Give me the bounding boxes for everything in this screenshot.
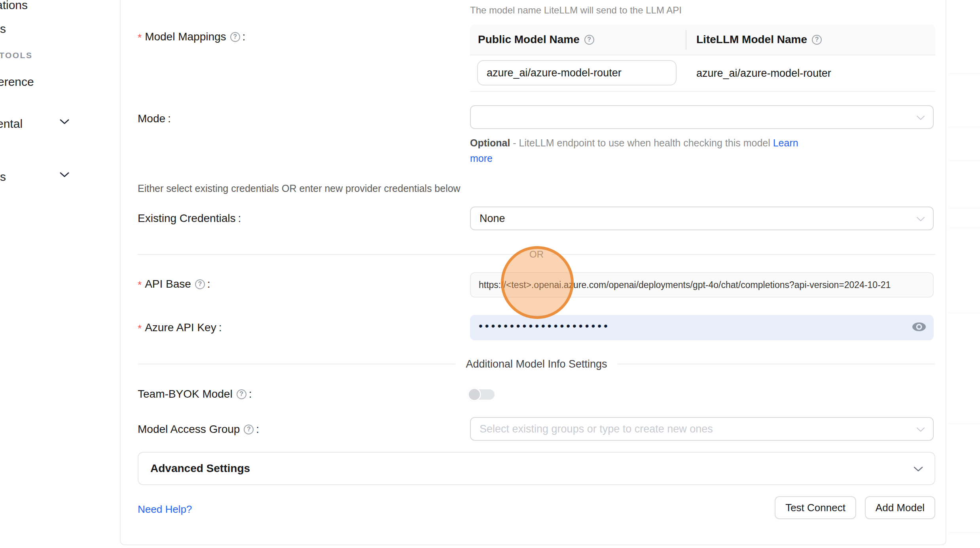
select-placeholder: Select existing groups or type to create… [480, 423, 713, 435]
mode-label: Mode : [138, 112, 171, 125]
add-model-form-screen: ations s TOOLS erence ental s The model … [0, 0, 980, 548]
existing-credentials-label: Existing Credentials : [138, 212, 241, 225]
column-header-public-model-name: Public Model Name ? [478, 25, 594, 55]
divider [949, 73, 980, 74]
divider-line [138, 364, 455, 364]
litellm-model-name-value: azure_ai/azure-model-router [696, 55, 831, 91]
team-byok-toggle[interactable] [468, 388, 495, 401]
or-text: OR [521, 249, 552, 260]
required-asterisk: * [138, 322, 142, 335]
chevron-down-icon [913, 462, 923, 475]
chevron-down-icon [916, 423, 925, 435]
mode-help-text: Optional - LiteLLM endpoint to use when … [470, 135, 798, 166]
masked-api-key: ••••••••••••••••••••• [479, 320, 610, 332]
model-name-hint: The model name LiteLLM will send to the … [470, 5, 682, 16]
divider-line [618, 364, 935, 364]
help-question-icon[interactable]: ? [195, 279, 205, 289]
divider-line [138, 254, 521, 255]
sidebar-item-3[interactable]: erence [0, 75, 34, 89]
selected-value: None [480, 212, 505, 225]
model-mappings-table-header: Public Model Name ? LiteLLM Model Name ? [470, 25, 935, 55]
divider-line [552, 254, 935, 255]
or-divider: OR [138, 249, 935, 260]
chevron-down-icon[interactable] [59, 172, 70, 179]
eye-icon[interactable] [912, 321, 927, 334]
api-base-label: * API Base ? : [138, 277, 210, 291]
sidebar-section-tools: TOOLS [0, 51, 32, 60]
label-text: Team-BYOK Model [138, 388, 233, 400]
divider [949, 160, 980, 161]
label-text: Model Access Group [138, 423, 240, 436]
sidebar-item-1[interactable]: ations [0, 0, 28, 12]
divider [949, 228, 980, 228]
label-text: Azure API Key [145, 321, 216, 334]
help-question-icon[interactable]: ? [812, 35, 822, 45]
divider [949, 208, 980, 209]
api-base-input[interactable]: https://<test>.openai.azure.com/openai/d… [470, 272, 934, 298]
required-asterisk: * [138, 279, 142, 291]
divider [949, 127, 980, 127]
column-header-litellm-model-name: LiteLLM Model Name ? [696, 25, 822, 55]
existing-credentials-select[interactable]: None [470, 207, 934, 230]
mode-select[interactable] [470, 105, 934, 129]
additional-settings-divider: Additional Model Info Settings [138, 358, 935, 370]
model-mappings-label: * Model Mappings ? : [138, 30, 245, 44]
column-divider [686, 30, 686, 50]
divider [949, 313, 980, 313]
credentials-note: Either select existing credentials OR en… [138, 183, 461, 194]
azure-api-key-label: * Azure API Key : [138, 321, 222, 334]
model-mapping-row: azure_ai/azure-model-router [470, 55, 935, 92]
chevron-down-icon [916, 212, 925, 225]
model-access-group-label: Model Access Group ? : [138, 423, 259, 436]
add-model-button[interactable]: Add Model [865, 496, 935, 519]
label-text: API Base [145, 278, 191, 290]
sidebar-item-5[interactable]: s [0, 170, 6, 184]
team-byok-label: Team-BYOK Model ? : [138, 387, 252, 401]
divider [949, 423, 980, 424]
chevron-down-icon [916, 111, 925, 123]
section-divider-text: Additional Model Info Settings [455, 358, 617, 370]
label-text: Mode [138, 112, 165, 125]
chevron-down-icon[interactable] [59, 119, 70, 126]
test-connect-button[interactable]: Test Connect [775, 496, 856, 519]
required-asterisk: * [138, 32, 142, 44]
sidebar-item-2[interactable]: s [0, 22, 6, 36]
advanced-settings-label: Advanced Settings [150, 462, 250, 475]
need-help-link[interactable]: Need Help? [138, 503, 192, 516]
divider [949, 532, 980, 533]
public-model-name-input[interactable] [477, 60, 677, 85]
api-base-value: https://<test>.openai.azure.com/openai/d… [479, 280, 891, 290]
help-question-icon[interactable]: ? [584, 35, 594, 45]
label-text: Existing Credentials [138, 212, 235, 225]
sidebar-item-4[interactable]: ental [0, 117, 23, 131]
azure-api-key-input[interactable]: ••••••••••••••••••••• [470, 315, 934, 340]
model-access-group-select[interactable]: Select existing groups or type to create… [470, 417, 934, 441]
toggle-knob [468, 388, 481, 401]
help-question-icon[interactable]: ? [230, 32, 240, 42]
help-question-icon[interactable]: ? [237, 389, 246, 399]
advanced-settings-toggle[interactable]: Advanced Settings [138, 452, 935, 485]
label-text: Model Mappings [145, 30, 226, 43]
optional-badge: Optional [470, 137, 510, 148]
help-question-icon[interactable]: ? [244, 425, 254, 434]
